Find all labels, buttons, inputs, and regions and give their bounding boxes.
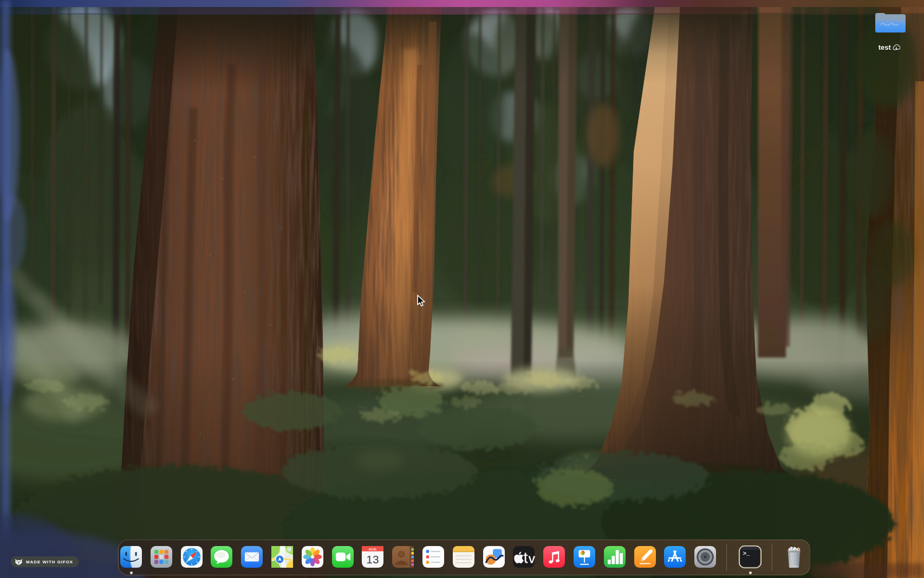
svg-text:13: 13: [367, 553, 379, 566]
svg-text:>_: >_: [743, 550, 751, 557]
svg-text:AUG: AUG: [369, 547, 377, 551]
